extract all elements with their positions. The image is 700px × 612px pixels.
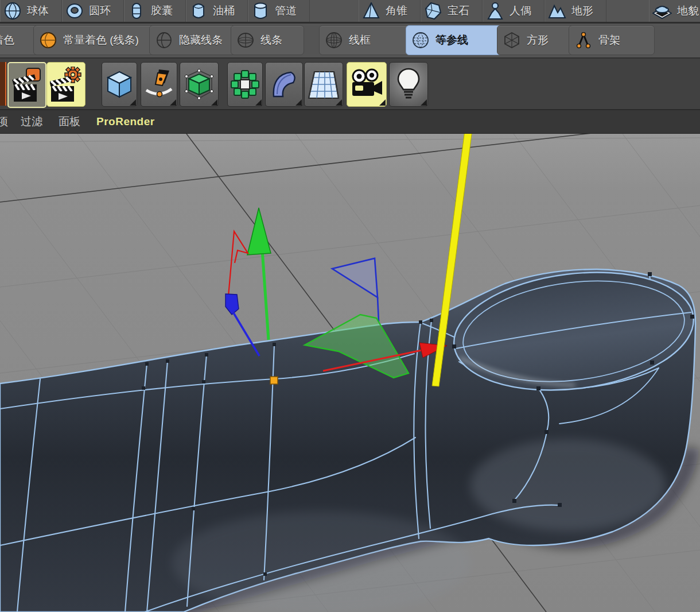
subdivision-cage-cube-icon [184,68,215,100]
display-hidden-line-button[interactable]: 隐藏线条 [149,25,241,55]
display-mode-label: 常量着色 (线条) [63,33,139,48]
array-generator-tool-button[interactable] [227,62,263,107]
body-sheen [172,511,470,612]
submenu-corner [379,99,386,106]
selected-vertex[interactable] [270,377,278,384]
display-wireframe-button[interactable]: 线框 [319,25,415,55]
display-box-button[interactable]: 方形 [497,25,580,55]
viewport-3d[interactable] [0,134,700,612]
render-settings-clapper-gear-icon [50,67,82,102]
display-isoparms-button[interactable]: 等参线 [406,25,508,55]
skeleton-icon [575,32,592,49]
primitive-label: 管道 [275,3,297,18]
hidden-line-sphere-icon [155,32,173,49]
display-skeleton-button[interactable]: 骨架 [569,25,655,55]
pyramid-icon [362,2,380,20]
floor-grid-icon [308,68,340,100]
relief-icon [652,2,672,20]
sphere-icon [3,2,22,20]
submenu-corner [421,99,427,106]
primitive-figure-button[interactable]: 人偶 [483,0,545,22]
tube-icon [251,2,270,20]
display-mode-label: 骨架 [598,33,620,48]
display-mode-label: 方形 [527,33,549,48]
camera-icon [350,68,383,100]
display-mode-label: 线条 [260,33,282,48]
primitive-tube-button[interactable]: 管道 [248,0,310,22]
figure-icon [486,2,504,20]
spline-pen-tool-button[interactable] [141,62,177,107]
primitive-label: 人偶 [510,3,531,18]
cube-primitive-icon [105,69,134,99]
primitive-label: 油桶 [213,3,235,18]
primitive-torus-button[interactable]: 圆环 [62,0,124,22]
menu-options[interactable]: 选项 [0,114,9,129]
fingertip-sheen [470,439,666,531]
primitive-pyramid-button[interactable]: 角锥 [359,0,421,22]
orange-shaded-sphere-icon [40,32,57,49]
viewport-menu-bar: 选项 过滤 面板 ProRender [0,110,700,134]
primitive-label: 宝石 [448,3,469,18]
primitive-label: 胶囊 [151,3,173,18]
display-mode-label: 等参线 [435,33,468,48]
light-tool-button[interactable] [389,62,428,107]
floor-tool-button[interactable] [304,62,343,107]
menu-filter[interactable]: 过滤 [21,114,42,129]
gem-icon [424,2,442,20]
spline-pen-icon [144,68,174,100]
display-mode-label: 隐藏线条 [179,33,223,48]
oiltank-icon [189,2,208,20]
torus-icon [65,2,84,20]
submenu-corner [336,99,342,106]
clipped-tool-button[interactable] [0,62,6,106]
render-settings-button[interactable] [46,62,85,107]
isoparm-sphere-icon [412,32,429,49]
array-generator-icon [230,69,260,99]
submenu-corner [211,99,217,106]
primitive-label: 地貌 [677,3,699,18]
render-view-button[interactable] [7,62,46,108]
primitive-gem-button[interactable]: 宝石 [421,0,483,22]
primitive-capsule-button[interactable]: 胶囊 [124,0,186,22]
submenu-corner [255,99,262,106]
submenu-corner [295,99,302,106]
lines-sphere-icon [237,32,254,49]
cube-tool-button[interactable] [102,62,137,107]
display-mode-toolbar: 常量着色 常量着色 (线条) 隐藏线条 线条 [0,24,700,59]
box-hexagon-icon [503,32,520,49]
cinema4d-window: 球体 圆环 胶囊 油桶 [0,0,700,612]
render-view-clapper-icon [11,67,42,103]
display-mode-label: 线框 [349,33,371,48]
primitive-label: 球体 [27,3,49,18]
submenu-corner [130,99,136,106]
display-constant-shading-lines-button[interactable]: 常量着色 (线条) [33,25,160,55]
wireframe-sphere-icon [325,32,343,49]
primitive-sphere-button[interactable]: 球体 [0,0,62,22]
display-mode-label: 常量着色 [0,33,14,48]
deformer-tool-button[interactable] [265,62,303,107]
light-bulb-icon [396,68,421,101]
display-lines-button[interactable]: 线条 [231,25,304,55]
primitives-toolbar: 球体 圆环 胶囊 油桶 [0,0,700,24]
landscape-icon [548,2,566,20]
primitive-landscape-button[interactable]: 地形 [545,0,606,22]
primitive-oiltank-button[interactable]: 油桶 [186,0,248,22]
capsule-icon [127,2,146,20]
menu-panel[interactable]: 面板 [59,114,80,129]
tool-palette [0,59,700,110]
primitive-label: 圆环 [89,3,111,18]
menu-prorender[interactable]: ProRender [96,115,155,128]
deformer-bend-icon [269,69,299,100]
primitive-relief-button[interactable]: 地貌 [649,0,700,22]
primitive-label: 地形 [571,3,593,18]
submenu-corner [170,99,176,106]
subdivision-surface-tool-button[interactable] [180,62,219,107]
camera-tool-button[interactable] [347,62,387,107]
primitive-label: 角锥 [386,3,407,18]
